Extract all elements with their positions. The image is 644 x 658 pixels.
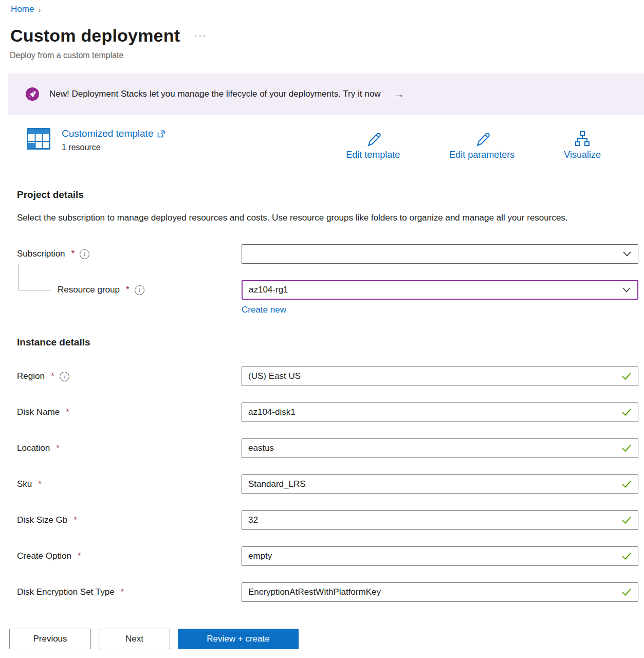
disk-name-label: Disk Name	[17, 407, 60, 417]
resource-count: 1 resource	[62, 143, 165, 152]
required-marker: *	[38, 479, 42, 489]
disk-name-value: az104-disk1	[248, 407, 617, 417]
breadcrumb: Home ›	[0, 4, 644, 14]
required-marker: *	[121, 587, 124, 597]
arrow-right-icon[interactable]: →	[394, 88, 404, 100]
pencil-icon	[364, 130, 382, 148]
region-label: Region	[17, 371, 45, 381]
project-details-description: Select the subscription to manage deploy…	[17, 210, 605, 226]
region-input[interactable]: (US) East US	[242, 367, 638, 386]
edit-template-button[interactable]: Edit template	[346, 130, 400, 160]
previous-button[interactable]: Previous	[9, 629, 91, 649]
breadcrumb-separator-icon: ›	[38, 5, 41, 14]
project-details-heading: Project details	[17, 189, 644, 200]
location-value: eastus	[248, 443, 617, 453]
required-marker: *	[51, 371, 54, 381]
deployment-stacks-banner[interactable]: New! Deployment Stacks let you manage th…	[8, 74, 644, 115]
template-icon	[27, 128, 50, 150]
footer-bar: Previous Next Review + create	[0, 620, 644, 658]
info-icon[interactable]: i	[80, 249, 89, 259]
review-create-button[interactable]: Review + create	[178, 629, 299, 649]
sku-input[interactable]: Standard_LRS	[242, 474, 638, 494]
edit-parameters-label: Edit parameters	[449, 150, 514, 160]
required-marker: *	[78, 551, 81, 561]
valid-check-icon	[621, 480, 632, 488]
resource-group-row: Resource group * i az104-rg1	[17, 280, 644, 300]
create-new-link[interactable]: Create new	[242, 305, 286, 315]
region-value: (US) East US	[248, 371, 617, 381]
create-option-row: Create Option * empty	[17, 546, 644, 566]
subscription-row: Subscription * i	[17, 244, 644, 264]
subscription-dropdown[interactable]	[242, 244, 638, 264]
banner-text: New! Deployment Stacks let you manage th…	[49, 89, 380, 99]
edit-parameters-button[interactable]: Edit parameters	[449, 130, 514, 160]
required-marker: *	[71, 249, 75, 259]
sku-label: Sku	[17, 479, 32, 489]
chevron-down-icon	[622, 287, 631, 293]
valid-check-icon	[621, 588, 632, 596]
create-option-input[interactable]: empty	[242, 546, 638, 566]
pencil-icon	[473, 130, 491, 148]
disk-size-label: Disk Size Gb	[17, 515, 67, 525]
location-label: Location	[17, 443, 50, 453]
required-marker: *	[56, 443, 60, 453]
required-marker: *	[73, 515, 77, 525]
sku-row: Sku * Standard_LRS	[17, 474, 644, 494]
tree-connector-line	[19, 264, 51, 290]
region-row: Region * i (US) East US	[17, 367, 644, 386]
edit-template-label: Edit template	[346, 150, 400, 160]
create-option-value: empty	[248, 551, 617, 561]
disk-name-input[interactable]: az104-disk1	[242, 403, 638, 422]
disk-encryption-set-type-label: Disk Encryption Set Type	[17, 587, 115, 597]
required-marker: *	[126, 285, 130, 295]
visualize-label: Visualize	[564, 150, 601, 160]
info-icon[interactable]: i	[135, 285, 144, 295]
page-subtitle: Deploy from a custom template	[0, 51, 644, 60]
resource-group-dropdown[interactable]: az104-rg1	[242, 280, 638, 300]
instance-details-heading: Instance details	[17, 337, 644, 348]
location-input[interactable]: eastus	[242, 438, 638, 458]
valid-check-icon	[621, 372, 632, 380]
chevron-down-icon	[622, 251, 632, 257]
valid-check-icon	[621, 444, 632, 452]
disk-name-row: Disk Name * az104-disk1	[17, 403, 644, 422]
info-icon[interactable]: i	[60, 372, 69, 381]
org-chart-icon	[574, 130, 591, 148]
create-option-label: Create Option	[17, 551, 71, 561]
required-marker: *	[66, 407, 69, 417]
disk-size-input[interactable]: 32	[242, 510, 638, 530]
page-title: Custom deployment	[10, 26, 180, 46]
valid-check-icon	[621, 516, 632, 524]
customized-template-link[interactable]: Customized template	[62, 128, 153, 139]
rocket-icon	[26, 87, 39, 101]
disk-encryption-set-type-input[interactable]: EncryptionAtRestWithPlatformKey	[242, 582, 638, 602]
more-options-icon[interactable]: ···	[194, 30, 207, 41]
sku-value: Standard_LRS	[248, 479, 617, 489]
disk-encryption-set-type-row: Disk Encryption Set Type * EncryptionAtR…	[17, 582, 644, 602]
disk-encryption-set-type-value: EncryptionAtRestWithPlatformKey	[248, 587, 617, 597]
valid-check-icon	[621, 408, 632, 416]
resource-group-value: az104-rg1	[249, 285, 618, 295]
disk-size-value: 32	[248, 515, 617, 525]
location-row: Location * eastus	[17, 438, 644, 458]
valid-check-icon	[621, 552, 632, 560]
subscription-label: Subscription	[17, 249, 65, 259]
visualize-button[interactable]: Visualize	[564, 130, 601, 160]
custom-deployment-page: Home › Custom deployment ··· Deploy from…	[0, 0, 644, 602]
next-button[interactable]: Next	[99, 629, 170, 649]
disk-size-row: Disk Size Gb * 32	[17, 510, 644, 530]
external-link-icon	[157, 130, 165, 138]
resource-group-label: Resource group	[58, 285, 120, 295]
breadcrumb-home-link[interactable]: Home	[11, 4, 34, 14]
